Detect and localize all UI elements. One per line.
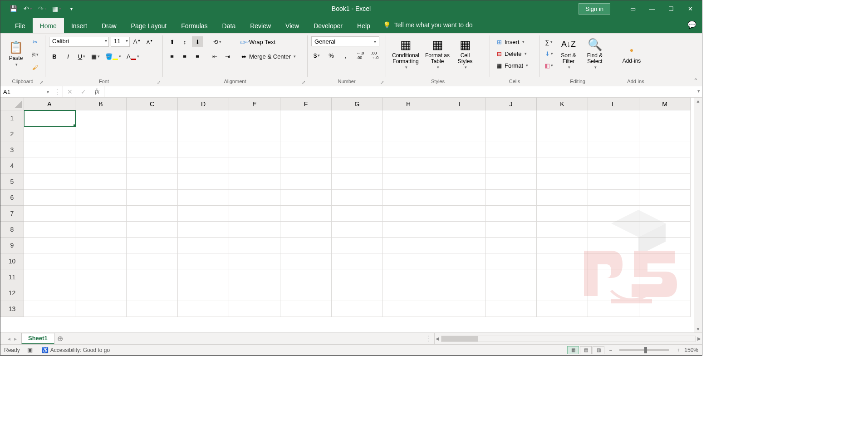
cell[interactable]	[24, 174, 75, 190]
minimize-button[interactable]: —	[643, 2, 661, 15]
tab-formulas[interactable]: Formulas	[174, 18, 215, 33]
orientation-button[interactable]: ⟲	[212, 36, 223, 47]
scroll-right-icon[interactable]: ▶	[697, 336, 701, 341]
cell[interactable]	[24, 238, 75, 253]
conditional-formatting-button[interactable]: ▦Conditional Formatting	[389, 35, 422, 72]
cell[interactable]	[485, 174, 537, 190]
cell[interactable]	[537, 301, 588, 317]
cell[interactable]	[588, 110, 639, 126]
cell[interactable]	[434, 174, 485, 190]
cell[interactable]	[332, 238, 383, 253]
row-header[interactable]: 13	[0, 301, 24, 317]
tab-review[interactable]: Review	[243, 18, 278, 33]
font-name-select[interactable]: Calibri	[49, 37, 109, 47]
row-header[interactable]: 5	[0, 174, 24, 190]
cell[interactable]	[332, 253, 383, 269]
paste-button[interactable]: 📋 Paste	[3, 35, 29, 72]
comma-format-button[interactable]: ,	[340, 50, 351, 61]
cell[interactable]	[639, 110, 691, 126]
cell[interactable]	[537, 142, 588, 158]
cell[interactable]	[178, 174, 229, 190]
borders-button[interactable]: ▦	[90, 51, 101, 62]
copy-button[interactable]: ⎘	[29, 49, 40, 60]
cell[interactable]	[280, 238, 332, 253]
cell[interactable]	[178, 142, 229, 158]
cell[interactable]	[75, 285, 127, 301]
tab-page-layout[interactable]: Page Layout	[124, 18, 174, 33]
cell[interactable]	[537, 238, 588, 253]
tab-developer[interactable]: Developer	[306, 18, 350, 33]
tab-view[interactable]: View	[278, 18, 306, 33]
percent-format-button[interactable]: %	[326, 50, 337, 61]
cell[interactable]	[537, 190, 588, 206]
align-bottom-button[interactable]: ⬇	[192, 36, 203, 47]
cell[interactable]	[383, 222, 434, 238]
align-right-button[interactable]: ≡	[192, 51, 203, 62]
cell[interactable]	[639, 142, 691, 158]
cell[interactable]	[280, 301, 332, 317]
redo-button[interactable]: ↷	[36, 2, 49, 15]
cell[interactable]	[639, 158, 691, 174]
cell[interactable]	[537, 174, 588, 190]
cell[interactable]	[537, 253, 588, 269]
cell[interactable]	[75, 190, 127, 206]
cell[interactable]	[280, 222, 332, 238]
cell[interactable]	[332, 142, 383, 158]
normal-view-button[interactable]: ▦	[567, 346, 579, 354]
cell[interactable]	[485, 222, 537, 238]
cell[interactable]	[485, 158, 537, 174]
row-header[interactable]: 8	[0, 222, 24, 238]
cell[interactable]	[332, 110, 383, 126]
new-sheet-button[interactable]: ⊕	[54, 333, 66, 344]
cell[interactable]	[229, 142, 280, 158]
tell-me-search[interactable]: 💡 Tell me what you want to do	[378, 17, 478, 33]
cell[interactable]	[75, 174, 127, 190]
cell[interactable]	[588, 174, 639, 190]
cell[interactable]	[588, 142, 639, 158]
insert-function-button[interactable]: fx	[90, 88, 104, 95]
insert-cells-button[interactable]: ⊞Insert	[494, 36, 530, 47]
cell[interactable]	[280, 285, 332, 301]
cell[interactable]	[383, 158, 434, 174]
cell[interactable]	[24, 142, 75, 158]
expand-formula-bar-button[interactable]: ▾	[697, 88, 700, 94]
zoom-slider[interactable]	[619, 349, 669, 351]
cell[interactable]	[588, 269, 639, 285]
row-header[interactable]: 1	[0, 110, 24, 126]
cell[interactable]	[537, 269, 588, 285]
sheet-prev-button[interactable]: ◂	[8, 336, 10, 342]
cell[interactable]	[639, 269, 691, 285]
cell[interactable]	[178, 126, 229, 142]
row-header[interactable]: 9	[0, 238, 24, 253]
cell[interactable]	[178, 253, 229, 269]
cell[interactable]	[588, 158, 639, 174]
zoom-level[interactable]: 150%	[684, 347, 698, 353]
cell[interactable]	[127, 110, 178, 126]
font-dialog-launcher[interactable]: ⤢	[157, 80, 161, 85]
vertical-scrollbar[interactable]: ▲ ▼	[694, 98, 702, 332]
sign-in-button[interactable]: Sign in	[579, 3, 610, 15]
cell[interactable]	[127, 285, 178, 301]
row-header[interactable]: 12	[0, 285, 24, 301]
cell[interactable]	[639, 238, 691, 253]
cell[interactable]	[75, 238, 127, 253]
page-break-view-button[interactable]: ▥	[593, 346, 604, 354]
cell[interactable]	[280, 126, 332, 142]
cell[interactable]	[280, 269, 332, 285]
italic-button[interactable]: I	[63, 51, 74, 62]
cell[interactable]	[229, 158, 280, 174]
addins-button[interactable]: ●Add-ins	[619, 35, 644, 72]
cell[interactable]	[127, 158, 178, 174]
align-center-button[interactable]: ≡	[179, 51, 190, 62]
cell[interactable]	[485, 110, 537, 126]
cell[interactable]	[383, 285, 434, 301]
row-header[interactable]: 7	[0, 206, 24, 222]
name-box[interactable]: A1	[0, 86, 51, 97]
cell[interactable]	[75, 126, 127, 142]
cell[interactable]	[127, 238, 178, 253]
cell[interactable]	[280, 190, 332, 206]
cell[interactable]	[229, 126, 280, 142]
cell[interactable]	[639, 126, 691, 142]
cell[interactable]	[537, 110, 588, 126]
cell[interactable]	[434, 285, 485, 301]
